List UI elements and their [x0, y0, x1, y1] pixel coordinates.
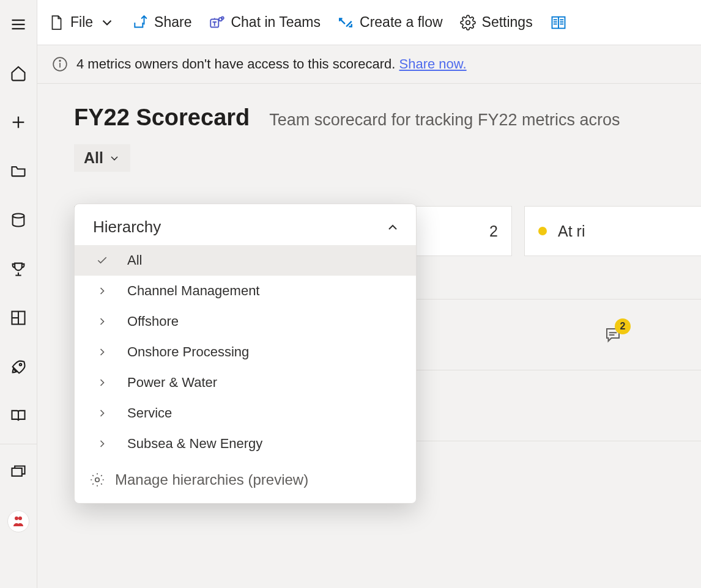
file-label: File [70, 14, 93, 31]
notice-text: 4 metrics owners don't have access to th… [76, 56, 399, 72]
hierarchy-item[interactable]: Offshore [75, 306, 416, 337]
reading-view-icon[interactable] [550, 14, 567, 31]
page-title: FY22 Scorecard [74, 105, 250, 131]
page-header: FY22 Scorecard Team scorecard for tracki… [74, 105, 701, 131]
hierarchy-item[interactable]: Onshore Processing [75, 337, 416, 367]
chat-label: Chat in Teams [231, 14, 321, 31]
settings-button[interactable]: Settings [460, 14, 533, 31]
svg-point-15 [221, 17, 224, 19]
chevron-up-icon [385, 220, 400, 235]
hamburger-menu-icon[interactable] [0, 6, 37, 43]
hierarchy-item[interactable]: All [75, 245, 416, 276]
share-label: Share [154, 14, 191, 31]
chevron-right-icon [96, 315, 108, 328]
status-dot-icon [538, 227, 547, 235]
hierarchy-item[interactable]: Service [75, 398, 416, 428]
hierarchy-item-label: Subsea & New Energy [127, 436, 262, 452]
rocket-icon[interactable] [0, 348, 37, 385]
status-card-at-risk[interactable]: At ri [524, 206, 701, 256]
chevron-right-icon [96, 377, 108, 389]
card-text: At ri [558, 222, 585, 240]
svg-point-27 [59, 61, 61, 62]
database-icon[interactable] [0, 202, 37, 238]
workspaces-icon[interactable] [0, 454, 37, 491]
chevron-right-icon [96, 438, 108, 450]
comment-count-badge: 2 [615, 318, 631, 334]
share-now-link[interactable]: Share now. [399, 56, 467, 72]
manage-label: Manage hierarchies (preview) [115, 471, 308, 488]
svg-point-9 [20, 364, 22, 366]
hierarchy-item[interactable]: Channel Management [75, 276, 416, 306]
hierarchy-item-label: Onshore Processing [127, 344, 249, 360]
hierarchy-item-label: Channel Management [127, 283, 259, 299]
apps-icon[interactable] [0, 300, 37, 336]
page-description: Team scorecard for tracking FY22 metrics… [269, 111, 620, 130]
flow-label: Create a flow [360, 14, 443, 31]
book-icon[interactable] [0, 397, 37, 434]
hierarchy-popup: Hierarchy AllChannel ManagementOffshoreO… [74, 204, 417, 504]
hierarchy-item[interactable]: Power & Water [75, 367, 416, 398]
top-toolbar: File Share Chat in Teams Create a flow S… [37, 0, 701, 45]
hierarchy-filter-button[interactable]: All [74, 144, 130, 172]
svg-point-16 [465, 20, 470, 24]
folder-icon[interactable] [0, 153, 37, 189]
workspace-avatar[interactable] [0, 503, 37, 540]
chat-teams-button[interactable]: Chat in Teams [209, 14, 321, 31]
chevron-right-icon [96, 346, 108, 358]
access-notice-bar: 4 metrics owners don't have access to th… [37, 45, 701, 84]
info-icon [52, 56, 68, 72]
hierarchy-item-label: Offshore [127, 314, 179, 329]
hierarchy-title: Hierarchy [93, 218, 161, 237]
chevron-right-icon [96, 407, 108, 419]
hierarchy-header[interactable]: Hierarchy [75, 204, 416, 245]
left-nav [0, 0, 37, 588]
svg-point-30 [95, 478, 100, 482]
chevron-down-icon [108, 152, 121, 164]
file-menu[interactable]: File [48, 14, 115, 31]
home-icon[interactable] [0, 55, 37, 92]
chevron-down-icon [99, 15, 115, 31]
hierarchy-item-label: Service [127, 405, 172, 421]
chevron-right-icon [96, 285, 108, 297]
svg-point-11 [15, 516, 18, 520]
card-value: 2 [489, 222, 498, 240]
filter-label: All [84, 149, 103, 167]
svg-rect-10 [12, 468, 22, 476]
create-flow-button[interactable]: Create a flow [338, 14, 443, 31]
hierarchy-item-label: All [127, 252, 142, 268]
check-icon [96, 254, 108, 266]
svg-point-5 [13, 214, 24, 218]
gear-icon [89, 472, 105, 488]
svg-point-12 [18, 516, 22, 520]
hierarchy-item-label: Power & Water [127, 375, 217, 391]
plus-icon[interactable] [0, 104, 37, 141]
comments-button[interactable]: 2 [604, 326, 622, 344]
main-content: File Share Chat in Teams Create a flow S… [37, 0, 701, 588]
manage-hierarchies-button[interactable]: Manage hierarchies (preview) [75, 459, 416, 492]
hierarchy-item[interactable]: Subsea & New Energy [75, 428, 416, 459]
share-button[interactable]: Share [132, 14, 191, 31]
trophy-icon[interactable] [0, 251, 37, 287]
settings-label: Settings [482, 14, 533, 31]
